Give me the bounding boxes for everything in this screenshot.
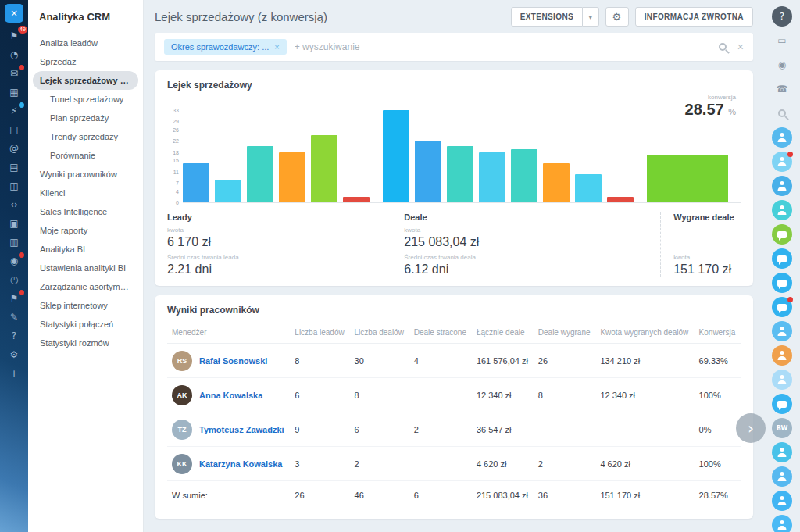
funnel-bar[interactable] <box>183 163 209 202</box>
sidebar-item[interactable]: Sklep internetowy <box>33 296 138 315</box>
user-icon[interactable] <box>772 321 792 341</box>
sidebar-item[interactable]: Analityka BI <box>33 240 138 259</box>
chat-icon[interactable] <box>772 394 792 414</box>
table-cell: 9 <box>290 412 349 447</box>
telephony-icon[interactable]: ☎ <box>772 79 792 99</box>
topbar-actions: EXTENSIONS ▾ ⚙ INFORMACJA ZWROTNA <box>511 7 753 27</box>
time-management-icon[interactable]: ◔ <box>5 46 23 63</box>
edit-icon[interactable]: ✎ <box>5 309 23 326</box>
history-icon[interactable]: ◷ <box>5 271 23 288</box>
chat-icon[interactable] <box>772 248 792 269</box>
stat-won-kwota: kwota 151 170 zł <box>673 249 741 277</box>
sidebar-item[interactable]: Lejek sprzedażowy (z ... <box>33 71 138 90</box>
manager-link[interactable]: Rafał Sosnowski <box>199 356 267 366</box>
sidebar-item[interactable]: Trendy sprzedaży <box>33 127 138 146</box>
conversion-label: konwersja <box>685 94 736 101</box>
funnel-bar[interactable] <box>311 135 338 202</box>
tasks-icon[interactable]: ⚑ <box>5 290 23 307</box>
user-icon[interactable] <box>772 176 792 196</box>
funnel-bar[interactable] <box>383 110 409 202</box>
automation-icon[interactable]: ⚡ <box>5 102 23 120</box>
funnel-bar[interactable] <box>279 152 305 202</box>
live-feed-icon[interactable]: ⚑49 <box>5 27 23 45</box>
y-tick-label: 4 <box>176 189 179 195</box>
funnel-bar[interactable] <box>247 146 273 202</box>
search-input[interactable] <box>295 41 711 52</box>
manager-link[interactable]: Anna Kowalska <box>199 391 262 400</box>
extensions-caret-button[interactable]: ▾ <box>583 7 598 27</box>
chat-icon[interactable] <box>772 273 792 293</box>
manager-link[interactable]: Tymoteusz Zawadzki <box>199 425 284 434</box>
sidebar-item[interactable]: Statystyki rozmów <box>33 334 138 352</box>
chip-close-icon[interactable]: × <box>274 42 279 52</box>
funnel-bar[interactable] <box>511 149 538 202</box>
help-icon[interactable]: ? <box>5 327 23 345</box>
clear-search-icon[interactable]: × <box>738 41 744 52</box>
settings-gear-button[interactable]: ⚙ <box>605 7 629 27</box>
user-icon[interactable] <box>772 370 792 390</box>
user-icon[interactable] <box>772 515 792 532</box>
sidebar-item[interactable]: Statystyki połączeń <box>33 315 138 334</box>
funnel-bar[interactable] <box>543 163 570 202</box>
messenger-icon[interactable]: ✉ <box>5 65 23 82</box>
chat-icon[interactable] <box>772 224 792 245</box>
user-icon[interactable] <box>772 442 792 462</box>
user-icon[interactable] <box>772 345 792 366</box>
funnel-bar[interactable] <box>343 197 370 202</box>
calendar-icon[interactable]: ◫ <box>5 177 23 195</box>
funnel-bar[interactable] <box>479 152 505 202</box>
search-icon[interactable] <box>772 103 792 123</box>
company-icon[interactable]: ▣ <box>5 215 23 232</box>
notification-badge <box>788 152 793 157</box>
chat-bubble-icon <box>777 231 787 238</box>
user-icon[interactable] <box>772 466 792 487</box>
notification-badge <box>19 65 24 70</box>
user-icon[interactable] <box>772 127 792 148</box>
sidebar-item[interactable]: Plan sprzedaży <box>33 109 138 127</box>
user-icon[interactable] <box>772 152 792 172</box>
left-icon-rail: ×⚑49◔✉▦⚡□@▤◫‹›▣▥◉◷⚑✎?⚙+ <box>0 0 28 532</box>
manager-link[interactable]: Katarzyna Kowalska <box>199 459 282 469</box>
scroll-next-button[interactable]: › <box>736 413 766 443</box>
funnel-bar[interactable] <box>607 197 634 202</box>
sidebar-item[interactable]: Moje raporty <box>33 221 138 240</box>
user-icon[interactable] <box>772 491 792 511</box>
extensions-button[interactable]: EXTENSIONS <box>511 7 583 27</box>
sidebar-item[interactable]: Analiza leadów <box>33 34 138 52</box>
add-icon[interactable]: + <box>5 365 23 382</box>
sidebar-item[interactable]: Tunel sprzedażowy <box>33 90 138 109</box>
funnel-bar[interactable] <box>575 174 602 202</box>
funnel-bar[interactable] <box>647 155 728 202</box>
close-menu-icon[interactable]: × <box>5 4 23 23</box>
mail-icon[interactable]: @ <box>5 140 23 157</box>
settings-icon[interactable]: ⚙ <box>5 346 23 363</box>
sidebar-item[interactable]: Wyniki pracowników <box>33 165 138 184</box>
analytics-icon[interactable]: ▥ <box>5 234 23 251</box>
funnel-bar[interactable] <box>415 141 441 202</box>
user-icon[interactable] <box>772 200 792 220</box>
user-initials-icon[interactable]: BW <box>772 418 792 438</box>
search-icon[interactable] <box>719 43 727 51</box>
notifications-icon[interactable]: ◉ <box>772 55 792 75</box>
sidebar-item[interactable]: Ustawienia analityki BI <box>33 259 138 277</box>
sidebar-item[interactable]: Sprzedaż <box>33 52 138 71</box>
sidebar-item[interactable]: Zarządzanie asortymentem <box>33 277 138 296</box>
marketplace-icon[interactable]: ▦ <box>5 84 23 101</box>
filter-chip[interactable]: Okres sprawozdawczy: ... × <box>164 39 287 55</box>
feedback-button[interactable]: INFORMACJA ZWROTNA <box>635 7 753 27</box>
documents-icon[interactable]: ▤ <box>5 159 23 176</box>
person-icon <box>777 327 787 336</box>
funnel-bar[interactable] <box>215 180 241 202</box>
y-tick-label: 0 <box>176 200 179 205</box>
desktop-app-icon[interactable]: ▭ <box>772 30 792 51</box>
chat-icon[interactable] <box>772 297 792 317</box>
sidebar-item[interactable]: Porównanie <box>33 146 138 165</box>
help-icon[interactable]: ? <box>772 6 792 27</box>
sidebar-item[interactable]: Klienci <box>33 184 138 202</box>
funnel-bar[interactable] <box>447 146 473 202</box>
sidebar-item[interactable]: Sales Intelligence <box>33 202 138 221</box>
sites-icon[interactable]: □ <box>5 121 23 138</box>
notifications-icon[interactable]: ◉ <box>5 252 23 270</box>
developer-icon[interactable]: ‹› <box>5 196 23 213</box>
table-cell: 6 <box>350 412 409 447</box>
